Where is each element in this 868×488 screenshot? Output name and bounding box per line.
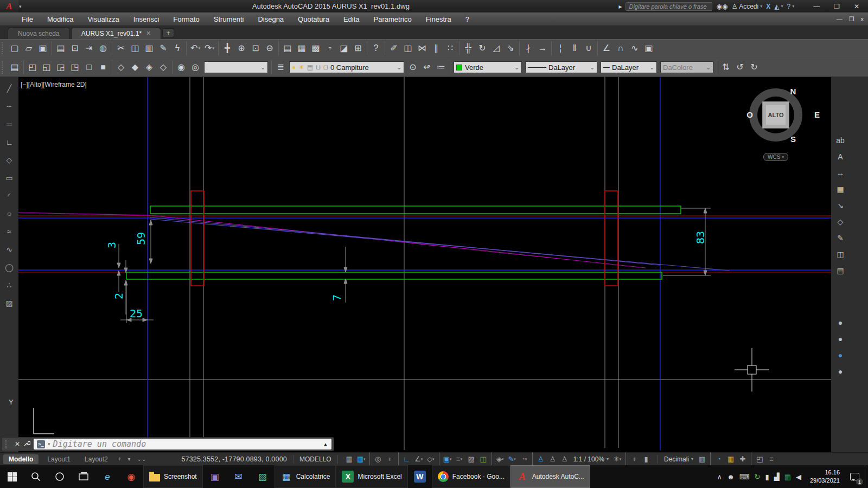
- view-sw-iso-icon[interactable]: ◇: [114, 60, 128, 74]
- cut-icon[interactable]: ✂: [114, 41, 128, 55]
- coordinates-readout[interactable]: 57325.3552, -17790.0893, 0.0000: [181, 455, 287, 463]
- infocenter-search-input[interactable]: [626, 2, 712, 11]
- redo-icon[interactable]: ↷▾: [202, 41, 216, 55]
- command-window[interactable]: ✕ >_ ▾ Digitare un comando ▲: [1, 437, 334, 451]
- start-button[interactable]: [0, 465, 24, 488]
- osnap-icon[interactable]: ▣▾: [442, 454, 453, 465]
- layout-list-caret[interactable]: ▾: [126, 456, 132, 462]
- isodraft-icon[interactable]: ◇▾: [425, 454, 436, 465]
- tool-palettes-icon[interactable]: ▩: [309, 41, 323, 55]
- hardware-accel-icon[interactable]: ▥: [697, 454, 707, 465]
- scale-icon[interactable]: ◿: [489, 41, 503, 55]
- color-combo[interactable]: Verde ⌄: [454, 61, 522, 73]
- drawing-canvas[interactable]: [18, 77, 831, 452]
- copy-icon[interactable]: ◫: [401, 41, 415, 55]
- linetype-combo[interactable]: ——— DaLayer ⌄: [525, 61, 597, 73]
- annotation-visibility-icon[interactable]: ♙: [535, 454, 546, 465]
- isolate-icon[interactable]: ▮: [641, 454, 652, 465]
- taskbar-app-excel[interactable]: XMicrosoft Excel: [336, 465, 407, 488]
- add-cleanup-icon[interactable]: +: [629, 454, 640, 465]
- render-sphere-icon[interactable]: ●: [833, 316, 847, 329]
- dyninput-icon[interactable]: +: [385, 454, 395, 465]
- undo-icon[interactable]: ↶▾: [188, 41, 202, 55]
- view-top-icon[interactable]: ◰: [25, 60, 40, 74]
- zoom-window-icon[interactable]: ⊡: [248, 41, 263, 55]
- sheet-set-icon[interactable]: ▫: [323, 41, 337, 55]
- clock-icon[interactable]: ◔: [713, 454, 724, 465]
- polar-icon[interactable]: ∠▾: [413, 454, 424, 465]
- snap-icon[interactable]: ▦▾: [356, 454, 367, 465]
- dim-text-3[interactable]: 3: [100, 233, 124, 257]
- fillet-icon[interactable]: ∩: [614, 41, 628, 55]
- taskbar-app-power[interactable]: ◉: [119, 465, 143, 488]
- mirror-icon[interactable]: ⋈: [415, 41, 429, 55]
- taskbar-app-photos[interactable]: ▧: [251, 465, 275, 488]
- sheet-icon[interactable]: ▤: [833, 264, 847, 277]
- annotation-all-icon[interactable]: ♙: [559, 454, 570, 465]
- lights-sphere-icon[interactable]: ●: [833, 365, 847, 378]
- camera-icon[interactable]: ◉: [174, 60, 188, 74]
- command-grip[interactable]: [5, 440, 10, 448]
- markup-set-icon[interactable]: ◫: [833, 248, 847, 261]
- taskbar-app-save[interactable]: ▣: [203, 465, 227, 488]
- revision-cloud-icon[interactable]: ≈: [2, 224, 16, 238]
- osnap-3d-icon[interactable]: ◈▾: [495, 454, 506, 465]
- workspace-icon[interactable]: ▤: [8, 60, 22, 74]
- navigate-sphere-icon[interactable]: ●: [833, 349, 847, 362]
- annotation-monitor-icon[interactable]: ✎▾: [507, 454, 518, 465]
- tray-network-icon[interactable]: ▟: [774, 473, 780, 481]
- autoscale-icon[interactable]: ♙: [547, 454, 558, 465]
- menu-quotatura[interactable]: Quotatura: [298, 15, 329, 23]
- view-bottom-icon[interactable]: ◱: [40, 60, 54, 74]
- taskbar-app-calculator[interactable]: ▦Calcolatrice: [275, 465, 336, 488]
- spell-check-icon[interactable]: ab: [833, 134, 847, 147]
- taskbar-app-explorer[interactable]: Screenshot: [143, 465, 203, 488]
- menu-help[interactable]: ?: [465, 15, 469, 23]
- named-views-icon[interactable]: ◎: [188, 60, 202, 74]
- menu-strumenti[interactable]: Strumenti: [214, 15, 244, 23]
- dynamic-ucs-icon[interactable]: ◔▾: [519, 454, 529, 465]
- taskbar-clock[interactable]: 16.16 29/03/2021: [806, 468, 844, 485]
- qnew-icon[interactable]: ▢: [8, 41, 22, 55]
- column-left[interactable]: [191, 191, 204, 286]
- pan-icon[interactable]: ╋: [220, 41, 234, 55]
- command-dropdown-icon[interactable]: ▾: [48, 441, 50, 447]
- blend-curves-icon[interactable]: ∿: [628, 41, 642, 55]
- tray-excel-icon[interactable]: ▦: [784, 473, 791, 481]
- erase-icon[interactable]: ✐: [387, 41, 401, 55]
- join-icon[interactable]: ∪: [582, 41, 596, 55]
- markup-icon[interactable]: ◪: [337, 41, 351, 55]
- quick-select-icon[interactable]: ϟ: [170, 41, 184, 55]
- rotate-icon[interactable]: ↻: [475, 41, 489, 55]
- layer-properties-icon[interactable]: ≣: [273, 60, 288, 74]
- text-style-icon[interactable]: A: [833, 150, 847, 163]
- window-close-button[interactable]: ✕: [854, 3, 859, 10]
- trim-icon[interactable]: ∤: [521, 41, 535, 55]
- column-right[interactable]: [605, 191, 618, 286]
- menu-parametrico[interactable]: Parametrico: [374, 15, 412, 23]
- dim-text-59[interactable]: 59: [129, 227, 153, 251]
- lineweight-icon[interactable]: ≡▾: [454, 454, 465, 465]
- grid-icon[interactable]: ▦: [344, 454, 355, 465]
- help-icon[interactable]: ?: [369, 41, 383, 55]
- diagonal-braces[interactable]: [18, 213, 730, 271]
- help-menu-icon[interactable]: ?▾: [787, 3, 794, 10]
- selection-cycling-icon[interactable]: ◫: [478, 454, 489, 465]
- doc-minimize-button[interactable]: —: [837, 16, 843, 23]
- toolbar-grip-2[interactable]: [2, 61, 6, 74]
- layout2-tab[interactable]: Layout2: [79, 454, 113, 464]
- model-tab[interactable]: Modello: [3, 454, 39, 464]
- toolbar-grip[interactable]: [2, 42, 6, 54]
- ortho-icon[interactable]: ∟: [401, 454, 412, 465]
- dim-text-7[interactable]: 7: [325, 286, 349, 310]
- viewcube-south[interactable]: S: [788, 134, 799, 144]
- zoom-realtime-icon[interactable]: ⊕: [234, 41, 248, 55]
- layer-on-bulb-icon[interactable]: ●: [292, 64, 296, 70]
- rectangle-icon[interactable]: ▭: [2, 171, 16, 184]
- signin-button[interactable]: ♙ Accedi ▾: [731, 3, 762, 10]
- transparency-icon[interactable]: ▨: [466, 454, 477, 465]
- line-icon[interactable]: ╱: [2, 81, 16, 95]
- polyline-icon[interactable]: ∟: [2, 135, 16, 149]
- orbit-icon[interactable]: ↺: [733, 60, 747, 74]
- layer-states-icon[interactable]: ≔: [434, 60, 448, 74]
